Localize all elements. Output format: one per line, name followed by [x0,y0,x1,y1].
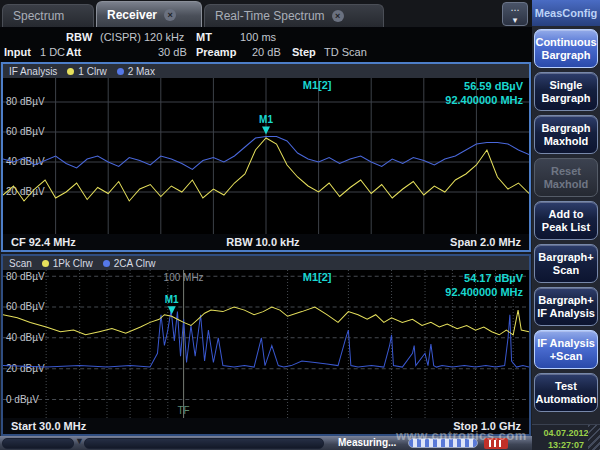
stop-frequency[interactable]: Stop 1.0 GHz [453,420,521,432]
scan-window: Scan 1Pk Clrw 2CA Clrw 80 dBµV60 dBµV40 … [1,254,531,436]
marker-name: M1[2] [303,79,332,91]
step-value[interactable]: TD Scan [324,46,367,58]
softkey-continuous-bargraph[interactable]: Continuous Bargraph [534,29,598,68]
input-label[interactable]: Input [4,46,31,58]
window-resize-triangle-icon[interactable]: ▼ [75,436,84,446]
svg-text:M1: M1 [259,115,273,126]
rbw-value[interactable]: (CISPR) 120 kHz [100,31,184,43]
svg-text:60 dBµV: 60 dBµV [6,302,45,313]
trace2-label: 2 Max [128,66,155,77]
step-label[interactable]: Step [292,46,316,58]
svg-text:20 dBµV: 20 dBµV [6,363,45,374]
mt-label[interactable]: MT [196,31,212,43]
softkey-sidebar: MeasConfig Continuous Bargraph Single Ba… [532,0,600,450]
trace1-label: 1 Clrw [78,66,106,77]
measuring-status: Measuring... [338,437,396,448]
rbw-label[interactable]: RBW [66,31,92,43]
ellipsis-icon: ⋯ [503,5,527,15]
scan-titlebar: Scan 1Pk Clrw 2CA Clrw [3,256,529,270]
softkey-bargraph-if-analysis[interactable]: Bargraph+ IF Analysis [534,287,598,326]
error-indicator-icon [484,438,508,449]
svg-text:M1: M1 [165,294,179,305]
chevron-down-icon: ▾ [503,15,527,25]
if-analysis-title: IF Analysis [9,66,57,77]
if-analysis-titlebar: IF Analysis 1 Clrw 2 Max [3,64,529,78]
tab-spectrum[interactable]: Spectrum [2,4,94,27]
marker-readout: 54.17 dBµV 92.400000 MHz [445,271,523,300]
tab-bar: Spectrum Receiver × Real-Time Spectrum ×… [0,0,532,28]
softkey-add-to-peak-list[interactable]: Add to Peak List [534,201,598,240]
span[interactable]: Span 2.0 MHz [450,236,521,248]
instrument-screen: Spectrum Receiver × Real-Time Spectrum ×… [0,0,600,450]
svg-text:40 dBµV: 40 dBµV [6,332,45,343]
close-tab-icon[interactable]: × [332,10,344,22]
datetime-panel: 04.07.2012 13:27:07 [532,424,600,450]
softkey-single-bargraph[interactable]: Single Bargraph [534,72,598,111]
svg-text:80 dBµV: 80 dBµV [6,271,45,282]
status-field-left [2,438,74,449]
status-field-center [84,438,324,449]
trace1-label: 1Pk Clrw [53,258,93,269]
softkey-test-automation[interactable]: Test Automation [534,373,598,412]
trace2-legend: 2 Max [117,66,155,77]
scan-footer: Start 30.0 MHz Stop 1.0 GHz [3,418,529,434]
tab-receiver[interactable]: Receiver × [96,1,202,27]
preamp-value[interactable]: 20 dB [252,46,281,58]
scan-progress-bar [408,438,478,448]
scan-chart[interactable]: 80 dBµV60 dBµV40 dBµV20 dBµV0 dBµV100 MH… [3,270,529,418]
softkey-menu-title: MeasConfig [532,0,600,26]
trace2-color-icon [117,68,124,75]
start-frequency[interactable]: Start 30.0 MHz [11,420,86,432]
svg-text:20 dBµV: 20 dBµV [6,187,45,198]
softkey-bargraph-maxhold[interactable]: Bargraph Maxhold [534,115,598,154]
marker-readout: 56.59 dBµV 92.400000 MHz [445,79,523,108]
if-analysis-footer: CF 92.4 MHz RBW 10.0 kHz Span 2.0 MHz [3,234,529,250]
resolution-bandwidth[interactable]: RBW 10.0 kHz [226,236,299,248]
trace2-label: 2CA Clrw [114,258,156,269]
preamp-label[interactable]: Preamp [196,46,236,58]
softkey-reset-maxhold[interactable]: Reset Maxhold [534,158,598,197]
tab-realtime-spectrum[interactable]: Real-Time Spectrum × [204,4,384,27]
marker-name: M1[2] [303,271,332,283]
marker-level: 54.17 dBµV [445,271,523,285]
input-value[interactable]: 1 DC [40,46,65,58]
softkey-list: Continuous Bargraph Single Bargraph Barg… [532,26,600,424]
marker-frequency: 92.400000 MHz [445,285,523,299]
svg-text:80 dBµV: 80 dBµV [6,97,45,108]
softkey-bargraph-scan[interactable]: Bargraph+ Scan [534,244,598,283]
more-tabs-button[interactable]: ⋯ ▾ [502,2,528,26]
softkey-if-analysis-scan[interactable]: IF Analysis +Scan [534,330,598,369]
marker-frequency: 92.400000 MHz [445,93,523,107]
trace2-color-icon [103,260,110,267]
trace2-legend: 2CA Clrw [103,258,156,269]
settings-bar: RBW (CISPR) 120 kHz MT 100 ms Input 1 DC… [0,28,532,62]
tab-receiver-label: Receiver [107,8,157,22]
center-frequency[interactable]: CF 92.4 MHz [11,236,76,248]
marker-level: 56.59 dBµV [445,79,523,93]
att-label[interactable]: Att [66,46,81,58]
svg-text:100 MHz: 100 MHz [164,272,204,283]
trace1-color-icon [42,260,49,267]
status-bar: ▼ Measuring... [0,436,532,450]
tab-spectrum-label: Spectrum [13,9,64,23]
att-value[interactable]: 30 dB [158,46,187,58]
if-analysis-chart[interactable]: 80 dBµV60 dBµV40 dBµV20 dBµVM1 M1[2] 56.… [3,78,529,234]
trace1-legend: 1 Clrw [67,66,106,77]
svg-text:TF: TF [177,405,189,416]
mt-value[interactable]: 100 ms [240,31,276,43]
svg-text:0 dBµV: 0 dBµV [6,394,39,405]
if-analysis-window: IF Analysis 1 Clrw 2 Max 80 dBµV60 dBµV4… [1,62,531,252]
close-tab-icon[interactable]: × [164,9,176,21]
trace1-color-icon [67,68,74,75]
tab-realtime-label: Real-Time Spectrum [215,9,325,23]
svg-text:60 dBµV: 60 dBµV [6,127,45,138]
resize-grip-icon [588,425,600,450]
scan-title: Scan [9,258,32,269]
trace1-legend: 1Pk Clrw [42,258,93,269]
